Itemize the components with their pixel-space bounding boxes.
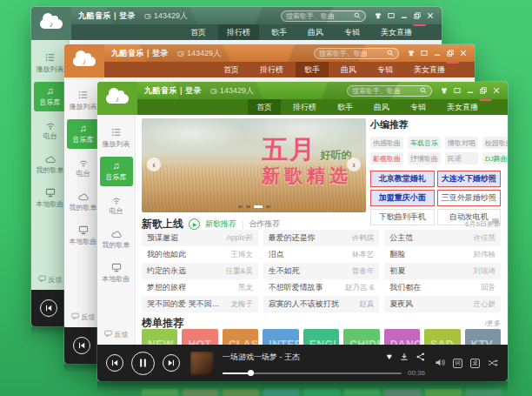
- song-row[interactable]: 我的他如此王博文: [142, 246, 258, 263]
- search-icon[interactable]: [420, 87, 427, 94]
- song-artist[interactable]: 许佳慧: [474, 233, 496, 244]
- pause-button[interactable]: [131, 352, 155, 375]
- ad-link[interactable]: 三亚外景婚纱照: [437, 190, 502, 206]
- tab-rankings[interactable]: 排行榜: [284, 99, 325, 115]
- share-icon[interactable]: [416, 349, 425, 365]
- maximize-icon[interactable]: [447, 50, 454, 57]
- tag-link[interactable]: 校园歌曲: [482, 137, 508, 149]
- tab-partner-recommend[interactable]: 合作推荐: [249, 218, 280, 230]
- lyrics-icon[interactable]: 词: [453, 359, 462, 368]
- sidebar-item-radio[interactable]: 电台: [34, 116, 67, 145]
- close-icon[interactable]: [460, 50, 467, 57]
- chart-tile[interactable]: NEW: [142, 329, 177, 345]
- sidebar-item-my-playlists[interactable]: 我的歌单: [100, 225, 133, 254]
- album-art[interactable]: [190, 352, 214, 375]
- carousel-dot[interactable]: [266, 205, 270, 208]
- banner-carousel[interactable]: 五月好听的 新歌精选 ‹ ›: [142, 118, 366, 212]
- play-all-icon[interactable]: ▶: [189, 218, 200, 230]
- search-input[interactable]: [286, 12, 354, 20]
- chart-tile[interactable]: SAD: [424, 329, 460, 345]
- sidebar-item-local-songs[interactable]: 本地歌曲: [100, 258, 133, 288]
- mini-mode-icon[interactable]: [388, 12, 395, 19]
- tag-link[interactable]: 情歌对唱: [445, 137, 478, 149]
- song-artist[interactable]: 许鹤缤: [352, 233, 375, 244]
- song-artist[interactable]: 曾春年: [352, 266, 375, 277]
- tag-link[interactable]: 伤感歌曲: [370, 137, 403, 149]
- download-icon[interactable]: [400, 349, 409, 365]
- titlebar[interactable]: ♪ 九酷音乐 | 登录 143429人: [64, 44, 475, 62]
- sidebar-item-playlist[interactable]: 播放列表: [34, 48, 67, 77]
- song-row[interactable]: 夏夜风庄心妍: [384, 296, 501, 312]
- tab-albums[interactable]: 专辑: [402, 99, 435, 115]
- tab-singers[interactable]: 歌手: [263, 24, 296, 40]
- tab-home[interactable]: 首页: [182, 24, 215, 40]
- song-artist[interactable]: 郑伟楠: [474, 250, 496, 260]
- favorite-icon[interactable]: ♥: [387, 352, 392, 361]
- previous-button[interactable]: [106, 354, 123, 372]
- now-playing-title[interactable]: 一场游戏一场梦 - 王杰: [223, 352, 300, 363]
- tab-genres[interactable]: 曲风: [365, 99, 398, 115]
- song-artist[interactable]: 赵乃吉 &: [345, 283, 375, 293]
- tab-new-recommend[interactable]: 新歌推荐: [205, 218, 236, 230]
- song-row[interactable]: 初夏刘瑞琦: [384, 263, 501, 279]
- sidebar-item-playlist[interactable]: 播放列表: [67, 85, 100, 115]
- titlebar[interactable]: ♪ 九酷音乐 | 登录 143429人: [97, 82, 508, 99]
- volume-icon[interactable]: [435, 355, 445, 371]
- desktop-lyrics-icon[interactable]: 桌: [470, 359, 480, 368]
- tab-rankings[interactable]: 排行榜: [251, 62, 292, 77]
- minimize-icon[interactable]: [467, 87, 474, 94]
- feedback-link[interactable]: 反馈: [97, 330, 135, 339]
- minimize-icon[interactable]: [434, 50, 441, 57]
- song-row[interactable]: 寂寞的人不该被打扰赵真: [263, 296, 380, 312]
- progress-knob[interactable]: [248, 370, 254, 376]
- music-app-window-front[interactable]: ♪ 九酷音乐 | 登录 143429人 首页 排行榜 歌手 曲: [97, 82, 508, 381]
- search-input[interactable]: [319, 50, 387, 57]
- chart-tile[interactable]: KTV: [465, 329, 501, 345]
- tab-live[interactable]: 美女直播 new: [438, 99, 487, 115]
- song-row[interactable]: 约定的永远任重&吴: [142, 263, 258, 279]
- tag-link[interactable]: 影视歌曲: [370, 152, 403, 164]
- maximize-icon[interactable]: [414, 12, 421, 19]
- carousel-dot[interactable]: [238, 205, 243, 208]
- sidebar-item-my-playlists[interactable]: 我的歌单: [34, 150, 67, 179]
- previous-button[interactable]: [73, 337, 90, 354]
- tab-genres[interactable]: 曲风: [332, 62, 365, 77]
- chart-tile[interactable]: HOT: [182, 329, 217, 345]
- sidebar-item-local-songs[interactable]: 本地歌曲: [67, 221, 100, 251]
- search-input[interactable]: [352, 87, 420, 95]
- song-row[interactable]: 翻脸郑伟楠: [384, 246, 501, 263]
- close-icon[interactable]: [427, 12, 434, 19]
- carousel-dot-active[interactable]: [254, 205, 263, 208]
- more-link[interactable]: /更多: [485, 319, 501, 328]
- song-artist[interactable]: 林孝艺: [352, 250, 375, 260]
- sidebar-item-local-songs[interactable]: 本地歌曲: [34, 184, 67, 213]
- song-artist[interactable]: 回音: [481, 283, 495, 293]
- minimize-icon[interactable]: [401, 12, 408, 19]
- mini-mode-icon[interactable]: [421, 50, 428, 57]
- sidebar-item-radio[interactable]: 电台: [67, 153, 100, 183]
- skin-icon[interactable]: [441, 87, 448, 94]
- tab-home[interactable]: 首页: [248, 99, 281, 115]
- feedback-link[interactable]: 反馈: [64, 312, 102, 322]
- feedback-link[interactable]: 反馈: [31, 275, 69, 285]
- tab-live[interactable]: 美女直播 new: [372, 24, 421, 40]
- song-artist[interactable]: 赵真: [359, 299, 374, 310]
- skin-icon[interactable]: [375, 12, 382, 19]
- carousel-dot[interactable]: [246, 205, 250, 208]
- search-box[interactable]: [314, 48, 399, 59]
- search-box[interactable]: [347, 85, 432, 97]
- close-icon[interactable]: [493, 87, 500, 94]
- carousel-prev-icon[interactable]: ‹: [147, 158, 161, 171]
- sidebar-item-library[interactable]: ♫ 音乐库: [67, 119, 100, 149]
- song-row[interactable]: 哭不回的爱 哭不回的你龙梅子: [142, 296, 258, 312]
- tab-live[interactable]: 美女直播 new: [405, 62, 454, 77]
- tab-albums[interactable]: 专辑: [369, 62, 402, 77]
- chart-tile[interactable]: INTERNET: [263, 329, 298, 345]
- song-artist[interactable]: 黑龙: [238, 283, 253, 293]
- chart-tile[interactable]: CHIDRENS: [343, 329, 379, 345]
- song-artist[interactable]: 庄心妍: [474, 299, 496, 310]
- tab-rankings[interactable]: 排行榜: [218, 24, 259, 40]
- tag-link[interactable]: 车载音乐: [408, 137, 441, 149]
- next-button[interactable]: [163, 354, 180, 372]
- chart-tile[interactable]: CLASSIC: [223, 329, 258, 345]
